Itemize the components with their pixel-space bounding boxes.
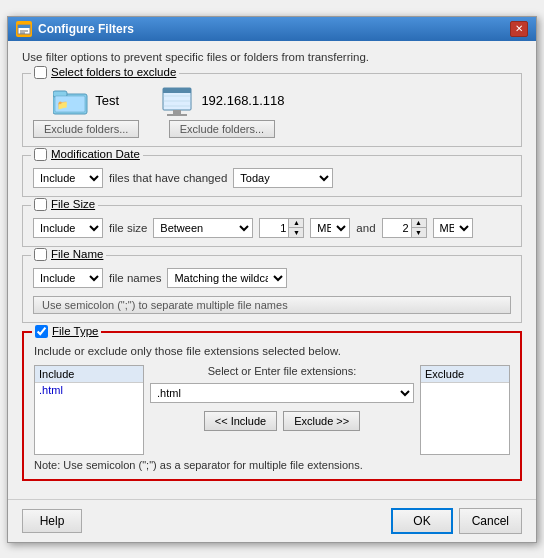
file-size-section: File Size Include Exclude file size Betw… (22, 205, 522, 247)
dest-name: 192.168.1.118 (201, 93, 284, 108)
configure-filters-window: Configure Filters ✕ Use filter options t… (7, 16, 537, 543)
file-type-section: File Type Include or exclude only those … (22, 331, 522, 481)
svg-rect-1 (18, 25, 30, 28)
file-name-checkbox[interactable] (34, 248, 47, 261)
file-name-label: File Name (31, 248, 106, 261)
file-type-note: Note: Use semicolon (";") as a separator… (34, 459, 510, 471)
mod-date-label-text: Modification Date (51, 148, 140, 160)
mod-date-row: Include Exclude files that have changed … (33, 168, 511, 188)
modification-date-section: Modification Date Include Exclude files … (22, 155, 522, 197)
file-size-max-input[interactable] (383, 219, 411, 237)
dest-folder-icon (159, 86, 195, 116)
mod-date-label: Modification Date (31, 148, 143, 161)
close-button[interactable]: ✕ (510, 21, 528, 37)
file-name-match-select[interactable]: Matching the wildcard Not matching the w… (167, 268, 287, 288)
file-size-range-select[interactable]: Between Less than Greater than (153, 218, 253, 238)
file-type-body: Include .html Select or Enter file exten… (34, 365, 510, 455)
file-size-min-input[interactable] (260, 219, 288, 237)
help-button[interactable]: Help (22, 509, 82, 533)
include-list-item[interactable]: .html (35, 383, 143, 397)
file-size-and-label: and (356, 222, 375, 234)
file-size-max-unit[interactable]: MB KB GB (433, 218, 473, 238)
include-btn[interactable]: << Include (204, 411, 277, 431)
ok-button[interactable]: OK (391, 508, 452, 534)
select-folders-label-text: Select folders to exclude (51, 66, 176, 78)
file-size-max-up[interactable]: ▲ (412, 219, 426, 228)
select-folders-section: Select folders to exclude 📁 (22, 73, 522, 147)
transfer-buttons: << Include Exclude >> (204, 411, 360, 431)
intro-text: Use filter options to prevent specific f… (22, 51, 522, 63)
ext-label: Select or Enter file extensions: (208, 365, 357, 377)
svg-rect-9 (163, 88, 191, 93)
window-icon (16, 21, 32, 37)
file-size-label: File Size (31, 198, 98, 211)
file-name-label-text: File Name (51, 248, 103, 260)
file-type-label: File Type (32, 325, 101, 338)
source-exclude-btn[interactable]: Exclude folders... (33, 120, 139, 138)
file-name-hint-btn: Use semicolon (";") to separate multiple… (33, 296, 511, 314)
exclude-list-header: Exclude (421, 366, 509, 383)
content-area: Use filter options to prevent specific f… (8, 41, 536, 499)
source-name: Test (95, 93, 119, 108)
include-list-header: Include (35, 366, 143, 383)
folders-row: 📁 Test Exclude folders... (33, 86, 511, 138)
file-size-max-spinner[interactable]: ▲ ▼ (382, 218, 427, 238)
file-size-text: file size (109, 222, 147, 234)
file-size-max-down[interactable]: ▼ (412, 228, 426, 237)
file-size-label-text: File Size (51, 198, 95, 210)
svg-rect-14 (167, 114, 187, 116)
exclude-btn[interactable]: Exclude >> (283, 411, 360, 431)
file-type-label-text: File Type (52, 325, 98, 337)
select-folders-checkbox[interactable] (34, 66, 47, 79)
exclude-list: Exclude (420, 365, 510, 455)
mod-date-period-select[interactable]: Today Yesterday Last 7 days Last 30 days (233, 168, 333, 188)
include-list: Include .html (34, 365, 144, 455)
select-folders-label: Select folders to exclude (31, 66, 179, 79)
file-type-description: Include or exclude only those file exten… (34, 345, 510, 357)
file-size-include-select[interactable]: Include Exclude (33, 218, 103, 238)
file-name-section: File Name Include Exclude file names Mat… (22, 255, 522, 323)
mod-date-files-label: files that have changed (109, 172, 227, 184)
ok-cancel-group: OK Cancel (391, 508, 522, 534)
file-name-text: file names (109, 272, 161, 284)
dest-exclude-btn[interactable]: Exclude folders... (169, 120, 275, 138)
mod-date-checkbox[interactable] (34, 148, 47, 161)
mod-date-include-select[interactable]: Include Exclude (33, 168, 103, 188)
source-folder-icon: 📁 (53, 86, 89, 116)
file-size-row: Include Exclude file size Between Less t… (33, 218, 511, 238)
file-type-checkbox[interactable] (35, 325, 48, 338)
svg-rect-13 (173, 110, 181, 114)
file-size-min-unit[interactable]: MB KB GB (310, 218, 350, 238)
file-size-checkbox[interactable] (34, 198, 47, 211)
source-folder: 📁 Test Exclude folders... (33, 86, 139, 138)
ext-select[interactable]: .html .txt .pdf .doc (150, 383, 414, 403)
file-size-min-up[interactable]: ▲ (289, 219, 303, 228)
svg-text:📁: 📁 (57, 99, 69, 111)
file-name-include-select[interactable]: Include Exclude (33, 268, 103, 288)
window-title: Configure Filters (38, 22, 134, 36)
file-size-min-spinner[interactable]: ▲ ▼ (259, 218, 304, 238)
cancel-button[interactable]: Cancel (459, 508, 522, 534)
dest-folder: 192.168.1.118 Exclude folders... (159, 86, 284, 138)
middle-controls: Select or Enter file extensions: .html .… (150, 365, 414, 431)
file-size-min-down[interactable]: ▼ (289, 228, 303, 237)
bottom-bar: Help OK Cancel (8, 499, 536, 542)
file-name-row: Include Exclude file names Matching the … (33, 268, 511, 288)
title-bar: Configure Filters ✕ (8, 17, 536, 41)
